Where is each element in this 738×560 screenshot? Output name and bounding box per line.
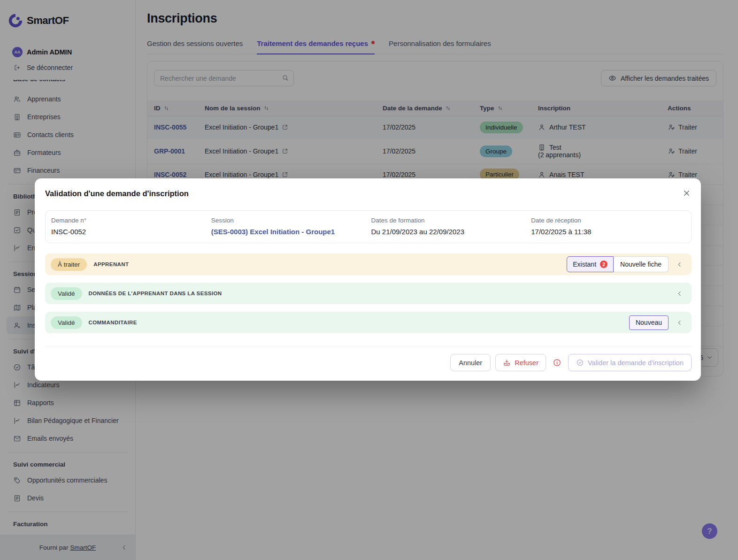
info-label: Dates de formation [371, 217, 531, 224]
modal-title: Validation d'une demande d'inscription [45, 189, 189, 198]
section-label: DONNÉES DE L'APPRENANT DANS LA SESSION [89, 291, 222, 296]
nouveau-button[interactable]: Nouveau [629, 315, 669, 330]
refuse-button[interactable]: Refuser [495, 354, 546, 371]
expand-section-chevron[interactable] [676, 261, 683, 268]
info-value: INSC-0052 [51, 228, 211, 236]
chevleft-icon [676, 261, 683, 268]
info-icon [553, 358, 561, 367]
info-value: Du 21/09/2023 au 22/09/2023 [371, 228, 531, 236]
close-icon[interactable] [682, 189, 691, 198]
section-label: COMMANDITAIRE [89, 320, 137, 325]
expand-section-chevron[interactable] [676, 290, 683, 297]
session-link[interactable]: (SES-0003) Excel Initiation - Groupe1 [211, 228, 371, 236]
info-icon [553, 358, 561, 367]
info-field: Dates de formation Du 21/09/2023 au 22/0… [371, 217, 531, 243]
accordion-section: Validé COMMANDITAIRE Nouveau [45, 312, 692, 333]
accordion-section: Validé DONNÉES DE L'APPRENANT DANS LA SE… [45, 283, 692, 304]
validation-modal: Validation d'une demande d'inscription D… [35, 178, 701, 381]
request-info-card: Demande n° INSC-0052 Session (SES-0003) … [45, 210, 692, 243]
apprenant-choice-group: Existant2 Nouvelle fiche [567, 256, 669, 272]
status-badge: À traiter [51, 258, 87, 271]
info-value: 17/02/2025 à 11:38 [531, 228, 691, 236]
nouvelle-fiche-button[interactable]: Nouvelle fiche [614, 256, 669, 272]
modal-footer: Annuler Refuser Valider la demande d'ins… [450, 354, 692, 371]
x-icon [682, 189, 691, 198]
modal-divider [45, 346, 692, 346]
app-window: SmartOF AA Admin ADMIN Se déconnecter Ba… [0, 0, 738, 560]
info-field: Date de réception 17/02/2025 à 11:38 [531, 217, 691, 243]
existant-button[interactable]: Existant2 [567, 256, 614, 272]
refuse-icon [503, 359, 511, 367]
count-badge: 2 [600, 261, 607, 268]
info-label: Session [211, 217, 371, 224]
section-label: APPRENANT [93, 261, 129, 267]
status-badge: Validé [51, 287, 82, 300]
chevleft-icon [676, 319, 683, 326]
expand-section-chevron[interactable] [676, 319, 683, 326]
accordion-section: À traiter APPRENANT Existant2 Nouvelle f… [45, 253, 692, 275]
chevleft-icon [676, 290, 683, 297]
check-circle-icon [576, 359, 584, 367]
status-badge: Validé [51, 316, 82, 329]
info-label: Demande n° [51, 217, 211, 224]
info-label: Date de réception [531, 217, 691, 224]
checkcircle-icon [576, 359, 584, 367]
cancel-button[interactable]: Annuler [450, 354, 491, 371]
info-field: Session (SES-0003) Excel Initiation - Gr… [211, 217, 371, 243]
inbox-icon [503, 359, 511, 367]
info-field: Demande n° INSC-0052 [51, 217, 211, 243]
validate-button[interactable]: Valider la demande d'inscription [568, 354, 692, 371]
